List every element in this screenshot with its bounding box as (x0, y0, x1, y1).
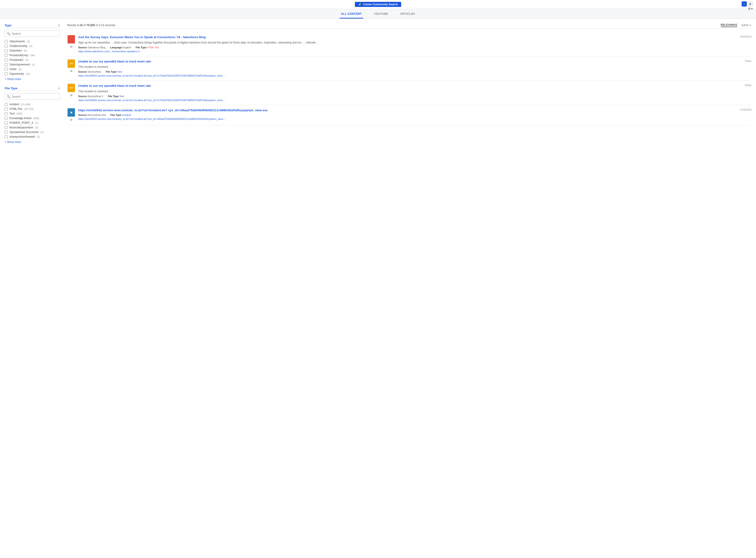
type-search-icon: 🔍 (7, 32, 10, 35)
result-title-row: https://ven02642.service-now.com/nav_to.… (78, 108, 751, 112)
top-bar: ⚡ Coveo Community Search + 🗑 ⚙ ▾ (0, 0, 756, 9)
result-title[interactable]: https://ven02642.service-now.com/nav_to.… (78, 108, 735, 112)
result-date: 11/6/2020 (740, 108, 751, 111)
filetype-facet-item[interactable]: HTML File (43,723) (5, 107, 60, 111)
type-facet-checkbox[interactable] (5, 49, 8, 52)
type-facet-item[interactable]: Opportunity (31) (5, 72, 60, 76)
result-content: https://ven02642.service-now.com/nav_to.… (78, 108, 751, 120)
sort-date[interactable]: DATE ∨ (741, 24, 751, 27)
filetype-facet-item[interactable]: kbsocialqaquestion (2) (5, 125, 60, 130)
results-range: 1-10 (77, 24, 82, 27)
tab-all-content[interactable]: ALL CONTENT (339, 9, 363, 19)
filetype-facet-item[interactable]: Spreadsheet Document (2) (5, 130, 60, 134)
type-facet-label: ChatterActivity (9, 45, 27, 48)
type-facet-checkbox[interactable] (5, 45, 8, 48)
type-facet-checkbox[interactable] (5, 40, 8, 43)
filetype-facet-checkbox[interactable] (5, 117, 8, 120)
top-right-icons: + 🗑 ⚙ ▾ (742, 1, 753, 10)
type-facet-checkbox[interactable] (5, 63, 8, 66)
sort-options: RELEVANCE DATE ∨ (721, 23, 751, 27)
filetype-facet-checkbox[interactable] (5, 135, 8, 138)
filetype-facet-item[interactable]: Incident (21,364) (5, 102, 60, 107)
result-meta: Source ServiceNow testFile Type Incident (78, 113, 751, 117)
result-date: Today (745, 59, 751, 62)
results-summary: Results 1-10 of 70,605 in 0.19 seconds (67, 24, 115, 27)
type-facet-count: (2) (29, 45, 32, 47)
type-facet-checkbox[interactable] (5, 72, 8, 75)
type-facet-item[interactable]: ChatterActivity (2) (5, 44, 60, 48)
filetype-facet-toggle[interactable]: ∧ (58, 86, 60, 90)
type-facet-title: Type (5, 24, 11, 27)
eye-icon[interactable]: 👁 (70, 45, 73, 49)
type-facet-checkbox[interactable] (5, 58, 8, 61)
result-title[interactable]: Unable to use my speedbit blaze to track… (78, 84, 740, 88)
type-facet-label: PricebookEntry (9, 54, 28, 57)
type-facet-item[interactable]: OrderItem (5) (5, 48, 60, 53)
type-show-more[interactable]: + Show more (5, 77, 21, 81)
filetype-facet-item[interactable]: sharepointonlineweb (1) (5, 134, 60, 139)
type-facet-toggle[interactable]: ∧ (58, 23, 60, 27)
delete-button[interactable]: 🗑 (748, 1, 753, 6)
sort-relevance[interactable]: RELEVANCE (721, 23, 737, 27)
dropdown-arrow-icon: ▾ (751, 7, 753, 10)
filetype-show-more[interactable]: + Show more (5, 141, 21, 144)
eye-icon[interactable]: 👁 (70, 94, 73, 97)
filetype-facet-checkbox[interactable] (5, 126, 8, 129)
type-facet-count: (31) (26, 72, 30, 75)
type-facet-item[interactable]: Attachments (2) (5, 39, 60, 44)
result-content: Unable to use my speedbit blaze to track… (78, 84, 751, 101)
filetype-facet-label: POWER_POINT_X (9, 121, 33, 124)
gear-dropdown[interactable]: ⚙ ▾ (748, 7, 753, 10)
filetype-facet-checkbox[interactable] (5, 107, 8, 110)
filetype-facet-item[interactable]: Knowledge Article (829) (5, 116, 60, 121)
result-title-row: Unable to use my speedbit blaze to track… (78, 84, 751, 88)
eye-icon[interactable]: 👁 (70, 69, 73, 73)
result-url[interactable]: https://ven02642.service-now.com/nav_to.… (78, 74, 751, 77)
result-url[interactable]: https://www.salesforce.com/.../connectio… (78, 50, 751, 53)
result-url[interactable]: https://ven02642.service-now.com/nav_to.… (78, 118, 751, 120)
file-type-icon (68, 35, 75, 44)
filetype-facet-count: (829) (33, 117, 39, 120)
gear-icon: ⚙ (748, 7, 751, 10)
sidebar: Type ∧ 🔍 Attachments (2) ChatterActivity… (5, 23, 60, 149)
eye-icon[interactable]: 👁 (70, 118, 73, 122)
filetype-search-icon: 🔍 (7, 95, 10, 98)
type-facet-search-box: 🔍 (5, 30, 60, 37)
filetype-facet-items: Incident (21,364) HTML File (43,723) Tex… (5, 102, 60, 139)
filetype-facet-item[interactable]: POWER_POINT_X (1) (5, 121, 60, 125)
filetype-facet-label: Knowledge Article (9, 117, 31, 120)
result-title[interactable]: Unable to use my speedbit blaze to track… (78, 59, 740, 64)
filetype-facet-label: Text (9, 112, 15, 115)
type-facet-item[interactable]: PricebookEntry (34) (5, 53, 60, 58)
filetype-facet-checkbox[interactable] (5, 103, 8, 106)
type-facet-item[interactable]: SalesAgreement (1) (5, 62, 60, 67)
type-facet-checkbox[interactable] (5, 68, 8, 71)
type-facet-label: Opportunity (9, 72, 24, 75)
result-url[interactable]: https://ven02642.service-now.com/nav_to.… (78, 99, 751, 102)
type-facet-label: Pricebook2 (9, 58, 23, 61)
file-type-icon: TXT (68, 84, 75, 92)
type-facet-header: Type ∧ (5, 23, 60, 28)
result-title[interactable]: And the Survey Says: Everyone Wants You … (78, 35, 735, 39)
filetype-facet-checkbox[interactable] (5, 122, 8, 124)
filetype-search-input[interactable] (12, 95, 58, 98)
add-button[interactable]: + (742, 1, 747, 6)
result-excerpt: This incident is resolved. (78, 65, 751, 69)
type-search-input[interactable] (12, 32, 58, 35)
filetype-facet-checkbox[interactable] (5, 112, 8, 115)
tab-articles[interactable]: ARTICLES (399, 9, 417, 19)
filetype-facet-count: (555) (17, 112, 22, 115)
tab-youtube[interactable]: YOUTUBE (373, 9, 389, 19)
file-type-icon: ▣ (68, 108, 75, 117)
type-facet-item[interactable]: Order (2) (5, 67, 60, 72)
type-facet-count: (1) (32, 63, 35, 66)
result-excerpt: This incident is resolved. (78, 89, 751, 94)
type-facet-checkbox[interactable] (5, 54, 8, 57)
filetype-facet-checkbox[interactable] (5, 131, 8, 134)
filetype-facet-item[interactable]: Text (555) (5, 111, 60, 116)
result-content: Unable to use my speedbit blaze to track… (78, 59, 751, 77)
type-facet-label: Attachments (9, 40, 25, 43)
icon-row: + 🗑 (742, 1, 753, 6)
result-meta: Source ServiceNowFile Type Text (78, 70, 751, 73)
type-facet-item[interactable]: Pricebook2 (3) (5, 58, 60, 62)
